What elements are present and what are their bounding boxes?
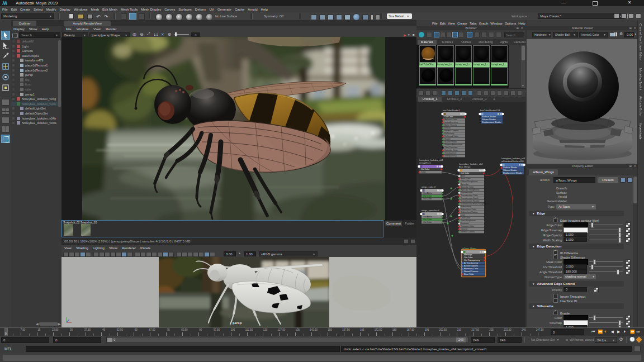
svg-text:Out Transparency: Out Transparency: [464, 259, 480, 261]
svg-text:Out Color: Out Color: [423, 221, 432, 223]
svg-text:Transmission Extra Roughness: Transmission Extra Roughness: [461, 203, 489, 205]
svg-text:Normal Camera: Normal Camera: [444, 130, 458, 132]
svg-text:Out Alpha: Out Alpha: [423, 192, 432, 194]
svg-text:Coat Color: Coat Color: [461, 217, 471, 219]
svg-text:Out Color: Out Color: [423, 218, 432, 221]
svg-text:Opacity: Opacity: [461, 228, 467, 230]
svg-text:Diffuse: Diffuse: [444, 127, 451, 129]
svg-text:Surface Shader: Surface Shader: [503, 166, 518, 169]
svg-text:Emission Color: Emission Color: [461, 225, 475, 227]
svg-text:Out Color: Out Color: [464, 256, 473, 259]
svg-text:Subsurface Color: Subsurface Color: [461, 208, 477, 211]
svg-text:Transmission: Transmission: [461, 192, 472, 194]
svg-text:wings_color.tif: wings_color.tif: [422, 185, 436, 188]
svg-text:Matte Opacity: Matte Opacity: [444, 124, 457, 126]
svg-text:Scatter: Scatter: [444, 138, 451, 140]
svg-text:Translucence: Translucence: [444, 152, 456, 154]
svg-text:Specular: Specular: [461, 183, 469, 185]
svg-text:Emission: Emission: [461, 222, 469, 225]
svg-text:Displacement Shader: Displacement Shader: [482, 121, 501, 123]
svg-text:Transmission Scatter: Transmission Scatter: [461, 200, 480, 202]
svg-text:Transparency: Transparency: [444, 155, 457, 157]
svg-text:Surface Shader: Surface Shader: [482, 116, 496, 118]
svg-text:Shadow Attenuation: Shadow Attenuation: [444, 144, 462, 146]
svg-text:Volume Shader: Volume Shader: [503, 169, 517, 172]
svg-text:Tube Direction: Tube Direction: [444, 146, 457, 149]
svg-text:Ambient Color: Ambient Color: [444, 118, 458, 121]
svg-text:Normal Camera: Normal Camera: [461, 231, 475, 233]
svg-text:Reflected Color: Reflected Color: [444, 135, 459, 137]
svg-text:Color: Color: [421, 171, 426, 173]
svg-text:hairTubeShader158: hairTubeShader158: [480, 109, 500, 112]
svg-text:Out Color: Out Color: [421, 168, 430, 170]
svg-text:Transmission Color: Transmission Color: [461, 194, 479, 197]
svg-text:Coat Roughness: Coat Roughness: [461, 220, 476, 222]
svg-text:Coat: Coat: [461, 214, 465, 216]
svg-text:Out Alpha: Out Alpha: [423, 216, 432, 218]
svg-text:remapHsv1: remapHsv1: [419, 161, 431, 164]
svg-text:Normal Camera: Normal Camera: [464, 270, 478, 273]
svg-text:Base: Base: [461, 175, 465, 177]
svg-text:Out Color: Out Color: [423, 198, 432, 200]
svg-text:hairTubeShader1: hairTubeShader1: [443, 109, 461, 112]
svg-text:Incandescence: Incandescence: [444, 121, 458, 123]
svg-text:Base Color: Base Color: [464, 273, 475, 275]
svg-text:Displacement Shader: Displacement Shader: [503, 172, 523, 174]
svg-text:Specular Roughness: Specular Roughness: [461, 189, 480, 191]
svg-text:Diffuse Roughness: Diffuse Roughness: [461, 180, 478, 183]
svg-text:Hardware Color: Hardware Color: [464, 268, 479, 270]
svg-text:Specular Color: Specular Color: [444, 149, 458, 151]
svg-text:Out Color: Out Color: [444, 116, 453, 118]
svg-text:Specular Color: Specular Color: [461, 186, 475, 188]
svg-text:wings_specular.tif: wings_specular.tif: [422, 209, 439, 212]
svg-text:Message: Message: [464, 254, 472, 256]
svg-text:Subsurface: Subsurface: [461, 206, 471, 208]
svg-text:Out Color: Out Color: [423, 195, 432, 197]
svg-text:Ai Translucency: Ai Translucency: [464, 262, 479, 264]
svg-text:Bee_Wings: Bee_Wings: [459, 165, 470, 168]
svg-text:Transmission Depth: Transmission Depth: [461, 197, 479, 199]
svg-text:aiStandardSurface056: aiStandardSurface056: [501, 160, 524, 163]
svg-text:Scatter Power: Scatter Power: [444, 141, 457, 143]
svg-text:Reflectivity: Reflectivity: [444, 132, 454, 135]
svg-text:Out Color: Out Color: [461, 172, 470, 174]
svg-text:Base Color: Base Color: [461, 178, 471, 180]
svg-text:Volume Shader: Volume Shader: [482, 118, 496, 121]
svg-text:Ai User Options: Ai User Options: [464, 265, 478, 267]
svg-text:Subsurface Radius: Subsurface Radius: [461, 211, 478, 213]
